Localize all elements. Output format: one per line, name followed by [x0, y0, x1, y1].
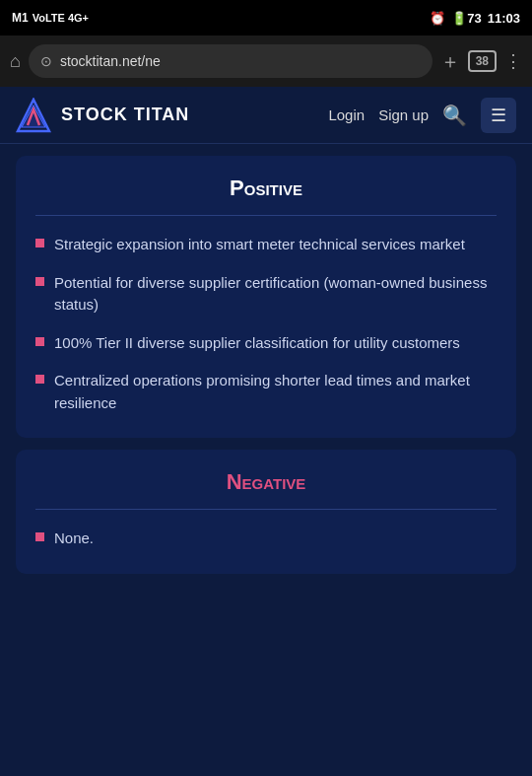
status-left: M1 VoLTE 4G+ [12, 11, 89, 25]
bullet-icon [35, 375, 44, 384]
nav-bar: STOCK TITAN Login Sign up 🔍 ☰ [0, 87, 532, 144]
tab-count-badge[interactable]: 38 [468, 50, 497, 72]
bullet-icon [35, 532, 44, 541]
more-menu-icon[interactable]: ⋮ [504, 50, 522, 72]
negative-title: Negative [35, 469, 497, 495]
logo-area: STOCK TITAN [16, 98, 189, 133]
carrier-label: M1 [12, 11, 29, 25]
positive-list: Strategic expansion into smart meter tec… [35, 234, 497, 414]
list-item: None. [35, 528, 497, 550]
negative-section: Negative None. [16, 450, 516, 574]
hamburger-icon: ☰ [491, 105, 506, 126]
signup-link[interactable]: Sign up [378, 106, 429, 123]
network-label: VoLTE 4G+ [33, 12, 89, 24]
list-item: Strategic expansion into smart meter tec… [35, 234, 497, 256]
negative-divider [35, 509, 497, 510]
search-icon[interactable]: 🔍 [442, 104, 467, 127]
logo-icon [16, 98, 51, 133]
positive-title: Positive [35, 176, 497, 201]
main-content: Positive Strategic expansion into smart … [0, 144, 532, 776]
status-bar: M1 VoLTE 4G+ ⏰ 🔋73 11:03 [0, 0, 532, 35]
alarm-icon: ⏰ [430, 11, 445, 26]
battery-icon: 🔋73 [451, 11, 481, 26]
login-link[interactable]: Login [328, 106, 365, 123]
nav-actions: Login Sign up 🔍 ☰ [328, 98, 516, 133]
clock: 11:03 [488, 11, 520, 26]
bullet-icon [35, 277, 44, 286]
menu-button[interactable]: ☰ [481, 98, 516, 133]
security-icon: ⊙ [40, 53, 52, 69]
positive-item-4: Centralized operations promising shorter… [54, 370, 497, 414]
bullet-icon [35, 239, 44, 247]
add-tab-button[interactable]: ＋ [440, 48, 460, 75]
browser-bar: ⌂ ⊙ stocktitan.net/ne ＋ 38 ⋮ [0, 35, 532, 87]
bullet-icon [35, 337, 44, 346]
logo-text: STOCK TITAN [61, 105, 189, 125]
positive-section: Positive Strategic expansion into smart … [16, 156, 516, 438]
positive-item-1: Strategic expansion into smart meter tec… [54, 234, 465, 256]
url-bar[interactable]: ⊙ stocktitan.net/ne [29, 44, 432, 78]
negative-item-1: None. [54, 528, 94, 550]
list-item: Potential for diverse supplier certifica… [35, 272, 497, 317]
negative-list: None. [35, 528, 497, 550]
positive-item-3: 100% Tier II diverse supplier classifica… [54, 332, 460, 355]
url-text: stocktitan.net/ne [60, 53, 161, 69]
list-item: 100% Tier II diverse supplier classifica… [35, 332, 497, 355]
status-right: ⏰ 🔋73 11:03 [430, 11, 520, 26]
positive-divider [35, 215, 497, 216]
positive-item-2: Potential for diverse supplier certifica… [54, 272, 497, 317]
home-icon[interactable]: ⌂ [10, 51, 21, 72]
list-item: Centralized operations promising shorter… [35, 370, 497, 414]
